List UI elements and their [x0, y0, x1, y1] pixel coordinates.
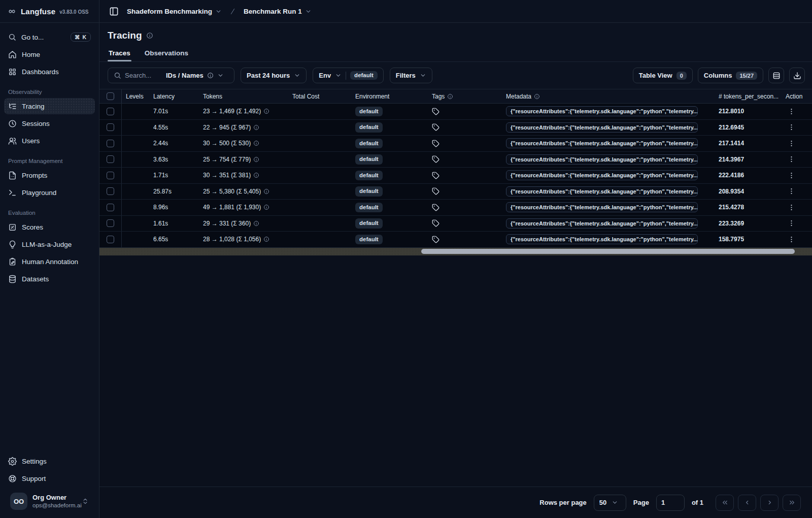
info-icon[interactable] — [253, 156, 259, 163]
tags-cell[interactable] — [432, 200, 506, 215]
row-height-button[interactable] — [768, 68, 784, 83]
column-header-metadata[interactable]: Metadata — [506, 93, 531, 100]
info-icon[interactable] — [263, 204, 269, 210]
row-actions-button[interactable] — [786, 186, 797, 197]
metadata-value[interactable]: {"resourceAttributes":{"telemetry.sdk.la… — [506, 234, 698, 244]
row-checkbox[interactable] — [107, 172, 114, 179]
row-actions-button[interactable] — [786, 154, 797, 165]
row-checkbox[interactable] — [107, 123, 114, 131]
tab-observations[interactable]: Observations — [144, 47, 189, 61]
tags-cell[interactable] — [432, 152, 506, 168]
row-checkbox[interactable] — [107, 108, 114, 115]
table-row[interactable]: 1.61s 29 → 331 (Σ 360) default {"resourc… — [99, 216, 812, 232]
tab-traces[interactable]: Traces — [108, 47, 131, 61]
column-header-tokens[interactable]: Tokens — [203, 93, 222, 100]
metadata-value[interactable]: {"resourceAttributes":{"telemetry.sdk.la… — [506, 170, 698, 180]
table-row[interactable]: 1.71s 30 → 351 (Σ 381) default {"resourc… — [99, 168, 812, 184]
row-actions-button[interactable] — [786, 122, 797, 133]
info-icon[interactable] — [253, 124, 259, 131]
tag-icon[interactable] — [432, 140, 439, 147]
search-input[interactable] — [125, 72, 162, 79]
info-icon[interactable] — [253, 220, 259, 226]
search-mode-label[interactable]: IDs / Names — [166, 72, 204, 79]
metadata-value[interactable]: {"resourceAttributes":{"telemetry.sdk.la… — [506, 106, 698, 116]
sidebar-item-prompts[interactable]: Prompts — [4, 167, 95, 183]
rows-per-page-select[interactable]: 50 — [594, 495, 626, 511]
table-row[interactable]: 7.01s 23 → 1,469 (Σ 1,492) default {"res… — [99, 104, 812, 120]
tag-icon[interactable] — [432, 108, 439, 115]
info-icon[interactable] — [146, 32, 153, 39]
tag-icon[interactable] — [432, 172, 439, 179]
sidebar-toggle-button[interactable] — [107, 4, 121, 18]
tag-icon[interactable] — [432, 155, 439, 163]
tag-icon[interactable] — [432, 204, 439, 211]
row-checkbox[interactable] — [107, 204, 114, 211]
column-header-environment[interactable]: Environment — [355, 93, 389, 100]
sidebar-item-playground[interactable]: Playground — [4, 184, 95, 201]
tags-cell[interactable] — [432, 232, 506, 247]
table-row[interactable]: 8.96s 49 → 1,881 (Σ 1,930) default {"res… — [99, 200, 812, 216]
row-actions-button[interactable] — [786, 218, 797, 229]
tags-cell[interactable] — [432, 168, 506, 183]
row-checkbox[interactable] — [107, 187, 114, 195]
row-actions-button[interactable] — [786, 170, 797, 181]
sidebar-item-settings[interactable]: Settings — [4, 453, 95, 469]
column-header-tags[interactable]: Tags — [432, 93, 445, 100]
breadcrumb-project[interactable]: Benchmark Run 1 — [244, 8, 312, 15]
table-view-button[interactable]: Table View 0 — [633, 68, 693, 83]
tags-cell[interactable] — [432, 216, 506, 232]
table-row[interactable]: 4.55s 22 → 945 (Σ 967) default {"resourc… — [99, 120, 812, 136]
time-range-select[interactable]: Past 24 hours — [241, 68, 307, 83]
sidebar-item-home[interactable]: Home — [4, 46, 95, 62]
row-checkbox[interactable] — [107, 140, 114, 147]
search-control[interactable]: IDs / Names — [108, 68, 234, 83]
metadata-value[interactable]: {"resourceAttributes":{"telemetry.sdk.la… — [506, 138, 698, 148]
row-actions-button[interactable] — [786, 138, 797, 149]
column-header-tokens-per-second[interactable]: # tokens_per_secon... — [719, 93, 779, 100]
column-header-total-cost[interactable]: Total Cost — [292, 93, 319, 100]
info-icon[interactable] — [253, 140, 259, 146]
tag-icon[interactable] — [432, 187, 439, 195]
sidebar-item-human-annotation[interactable]: Human Annotation — [4, 253, 95, 270]
row-checkbox[interactable] — [107, 219, 114, 227]
row-checkbox[interactable] — [107, 155, 114, 163]
breadcrumb-organization[interactable]: Shadeform Benchmarking — [127, 8, 222, 15]
next-page-button[interactable] — [760, 495, 779, 511]
table-row[interactable]: 2.44s 30 → 500 (Σ 530) default {"resourc… — [99, 136, 812, 152]
tag-icon[interactable] — [432, 123, 439, 131]
sidebar-item-llm-as-a-judge[interactable]: LLM-as-a-Judge — [4, 236, 95, 252]
column-header-latency[interactable]: Latency — [153, 93, 175, 100]
info-icon[interactable] — [253, 172, 259, 178]
row-actions-button[interactable] — [786, 106, 797, 117]
table-row[interactable]: 6.65s 28 → 1,028 (Σ 1,056) default {"res… — [99, 232, 812, 248]
sidebar-item-tracing[interactable]: Tracing — [4, 98, 95, 114]
table-row[interactable]: 3.63s 25 → 754 (Σ 779) default {"resourc… — [99, 152, 812, 168]
tags-cell[interactable] — [432, 104, 506, 119]
metadata-value[interactable]: {"resourceAttributes":{"telemetry.sdk.la… — [506, 122, 698, 133]
metadata-value[interactable]: {"resourceAttributes":{"telemetry.sdk.la… — [506, 154, 698, 165]
export-download-button[interactable] — [789, 68, 805, 83]
horizontal-scrollbar[interactable] — [99, 248, 812, 255]
row-actions-button[interactable] — [786, 202, 797, 213]
row-checkbox[interactable] — [107, 236, 114, 243]
tag-icon[interactable] — [432, 236, 439, 243]
metadata-value[interactable]: {"resourceAttributes":{"telemetry.sdk.la… — [506, 186, 698, 197]
tags-cell[interactable] — [432, 184, 506, 200]
columns-button[interactable]: Columns 15/27 — [698, 68, 763, 83]
tags-cell[interactable] — [432, 136, 506, 151]
sidebar-item-users[interactable]: Users — [4, 133, 95, 149]
row-actions-button[interactable] — [786, 234, 797, 245]
last-page-button[interactable] — [783, 495, 801, 511]
metadata-value[interactable]: {"resourceAttributes":{"telemetry.sdk.la… — [506, 218, 698, 229]
table-row[interactable]: 25.87s 25 → 5,380 (Σ 5,405) default {"re… — [99, 184, 812, 200]
column-header-levels[interactable]: Levels — [126, 93, 144, 100]
user-menu[interactable]: OO Org Owner ops@shadeform.ai — [4, 488, 95, 518]
goto-search[interactable]: Go to... ⌘ K — [4, 29, 95, 45]
info-icon[interactable] — [263, 108, 269, 114]
sidebar-item-support[interactable]: Support — [4, 470, 95, 487]
select-all-checkbox[interactable] — [107, 92, 114, 100]
tags-cell[interactable] — [432, 120, 506, 136]
environment-filter[interactable]: Env default — [313, 68, 384, 83]
filters-button[interactable]: Filters — [390, 68, 432, 83]
sidebar-item-dashboards[interactable]: Dashboards — [4, 63, 95, 80]
